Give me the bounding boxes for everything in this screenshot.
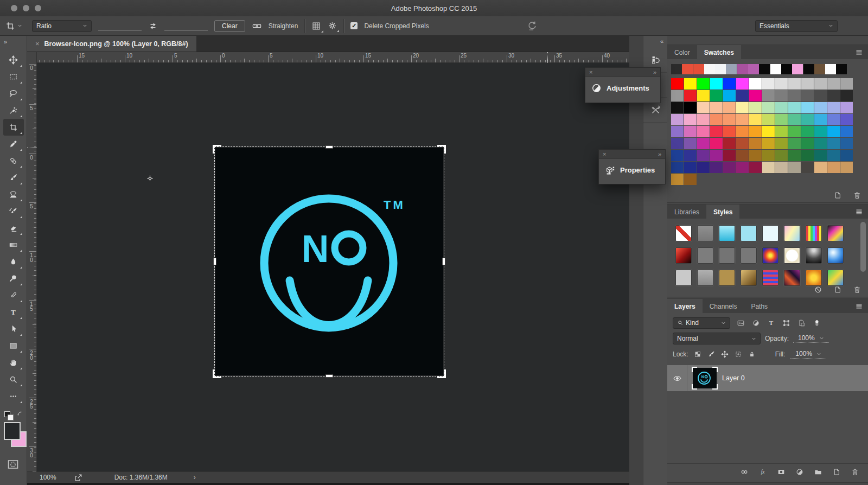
panel-menu-icon[interactable] [855,48,863,56]
color-swatch[interactable] [775,150,788,161]
color-swatch[interactable] [801,126,814,137]
adjustments-floating-panel[interactable]: × » Adjustments [585,67,661,103]
style-swatch[interactable] [741,225,757,241]
color-swatch[interactable] [840,162,853,173]
recent-swatch[interactable] [715,64,726,74]
color-swatch[interactable] [801,78,814,90]
color-swatch[interactable] [827,102,840,113]
color-swatch[interactable] [788,102,801,113]
color-swatch[interactable] [762,138,775,149]
color-swatch[interactable] [697,90,710,101]
color-swatch[interactable] [736,150,749,161]
color-swatch[interactable] [814,126,827,137]
color-swatch[interactable] [827,126,840,137]
vertical-ruler[interactable]: 05051 01 52 02 53 0 [27,63,37,471]
tools-collapse-button[interactable]: » [0,36,27,45]
style-swatch[interactable] [675,247,692,264]
style-swatch[interactable] [697,270,713,286]
crop-handle-top[interactable] [326,145,333,149]
color-swatch[interactable] [840,90,853,101]
recent-swatch[interactable] [671,64,682,74]
adjustments-panel-label[interactable]: Adjustments [607,84,649,92]
color-swatch[interactable] [710,78,723,90]
color-swatch[interactable] [762,126,775,137]
crop-height-input[interactable] [164,21,208,31]
swap-colors-icon[interactable] [16,410,23,417]
document-size-status[interactable]: Doc: 1.36M/1.36M [114,474,168,481]
crop-handle-left[interactable] [213,258,216,265]
color-swatch[interactable] [801,90,814,101]
style-swatch[interactable] [806,270,822,286]
color-swatch[interactable] [801,138,814,149]
recent-swatch[interactable] [781,64,792,74]
canvas-area[interactable]: N TM [37,63,629,471]
color-swatch[interactable] [762,78,775,90]
color-swatch[interactable] [762,90,775,101]
color-swatch[interactable] [710,102,723,113]
color-swatch[interactable] [710,126,723,137]
color-swatch[interactable] [684,150,697,161]
minimize-window-button[interactable] [23,5,29,11]
color-swatch[interactable] [697,150,710,161]
color-swatch[interactable] [788,90,801,101]
style-swatch[interactable] [762,225,778,241]
tab-layers[interactable]: Layers [667,299,703,313]
color-swatch[interactable] [775,114,788,125]
marquee-tool[interactable] [3,68,24,85]
color-swatch[interactable] [840,138,853,149]
color-swatch[interactable] [827,138,840,149]
color-swatch[interactable] [697,162,710,173]
color-swatch[interactable] [801,114,814,125]
style-swatch[interactable] [675,225,692,241]
brush-tool[interactable] [707,350,715,358]
crop-handle-bottom-right[interactable] [437,369,446,378]
recent-swatch[interactable] [759,64,770,74]
color-swatch[interactable] [736,78,749,90]
style-swatch[interactable] [762,247,778,264]
style-swatch[interactable] [827,225,844,241]
color-swatch[interactable] [827,162,840,173]
recent-swatch[interactable] [737,64,748,74]
crop-marquee[interactable] [214,146,444,376]
hand-tool[interactable] [3,354,24,371]
color-swatch[interactable] [684,78,697,90]
quick-selection-tool[interactable] [3,102,24,119]
style-swatch[interactable] [784,247,800,264]
color-swatch[interactable] [684,138,697,149]
move-tool[interactable] [3,52,24,68]
color-swatch[interactable] [788,162,801,173]
color-swatch[interactable] [684,102,697,113]
horizontal-ruler[interactable]: 151050510152025303540 [27,52,629,63]
color-swatch[interactable] [814,138,827,149]
recent-swatch[interactable] [726,64,737,74]
move-tool[interactable] [721,350,729,358]
status-options-chevron[interactable]: › [194,474,196,481]
color-swatch[interactable] [671,114,684,125]
aspect-ratio-select[interactable]: Ratio [32,20,92,32]
close-panel-icon[interactable]: × [603,151,606,157]
color-swatch[interactable] [697,114,710,125]
crop-handle-right[interactable] [442,258,445,265]
expand-panel-icon[interactable]: » [653,69,656,75]
fx-icon[interactable]: fx [758,468,767,476]
color-swatch[interactable] [749,150,762,161]
styles-scrollbar[interactable] [860,222,866,272]
color-swatch[interactable] [814,78,827,90]
quick-mask-icon[interactable] [7,458,20,471]
new-icon[interactable] [833,191,842,200]
opacity-field[interactable]: 100% [793,334,829,343]
recent-swatch[interactable] [814,64,825,74]
color-swatch[interactable] [710,162,723,173]
style-swatch[interactable] [806,247,822,264]
default-colors-control[interactable] [3,411,24,421]
color-swatch[interactable] [736,162,749,173]
history-brush-tool[interactable] [3,203,24,220]
color-swatch[interactable] [840,114,853,125]
eyedropper-tool[interactable] [3,136,24,152]
trash-icon[interactable] [851,468,859,476]
color-swatch[interactable] [710,90,723,101]
color-swatch[interactable] [827,90,840,101]
style-swatch[interactable] [827,270,844,286]
tab-swatches[interactable]: Swatches [697,45,741,59]
color-swatch[interactable] [749,126,762,137]
